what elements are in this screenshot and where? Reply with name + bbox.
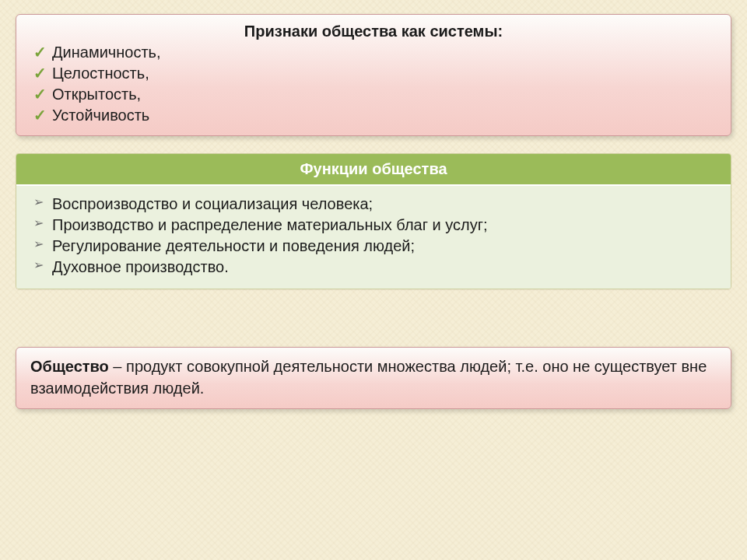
functions-item: Воспроизводство и социализация человека; bbox=[32, 194, 717, 215]
features-item: Динамичность, bbox=[32, 42, 717, 63]
functions-item: Производство и распределение материальны… bbox=[32, 215, 717, 236]
functions-title: Функции общества bbox=[16, 154, 731, 186]
functions-panel: Функции общества Воспроизводство и социа… bbox=[16, 153, 731, 289]
functions-body: Воспроизводство и социализация человека;… bbox=[16, 186, 731, 289]
features-title: Признаки общества как системы: bbox=[30, 23, 717, 42]
definition-term: Общество bbox=[30, 358, 109, 375]
definition-panel: Общество – продукт совокупной деятельнос… bbox=[16, 347, 731, 409]
features-item: Открытость, bbox=[32, 84, 717, 105]
features-list: Динамичность, Целостность, Открытость, У… bbox=[30, 42, 717, 126]
gap bbox=[16, 306, 731, 330]
definition-text: – продукт совокупной деятельности множес… bbox=[30, 358, 707, 397]
features-item: Устойчивость bbox=[32, 105, 717, 126]
features-panel: Признаки общества как системы: Динамично… bbox=[16, 14, 731, 136]
functions-item: Духовное производство. bbox=[32, 257, 717, 278]
functions-list: Воспроизводство и социализация человека;… bbox=[30, 194, 717, 278]
bottom-spacer bbox=[16, 426, 731, 546]
functions-item: Регулирование деятельности и поведения л… bbox=[32, 236, 717, 257]
features-item: Целостность, bbox=[32, 63, 717, 84]
